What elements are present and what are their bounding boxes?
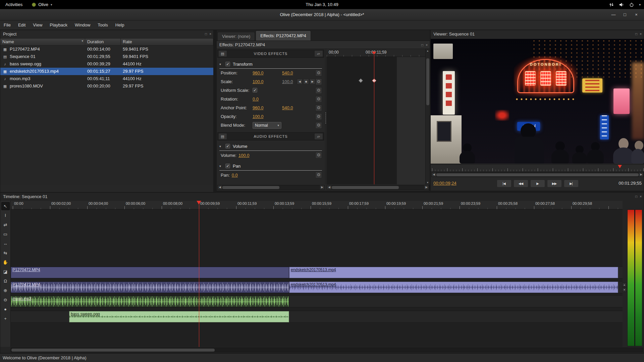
fast-forward-button[interactable]: ▶▶ [547,180,562,187]
scrollbar-thumb[interactable] [436,173,639,176]
edit-tool-icon[interactable]: I [1,212,10,220]
column-header-duration[interactable]: Duration [85,39,121,45]
scroll-left-icon[interactable]: ◀ [218,185,222,189]
snapping-toggle-icon[interactable]: Ω [1,277,10,285]
scrollbar-thumb[interactable] [222,186,279,189]
app-menu-button[interactable]: Olive ▾ [28,0,56,9]
keyframe-toggle-icon[interactable]: ⊙ [315,152,322,159]
scroll-right-icon[interactable]: ▶ [639,173,643,177]
ripple-tool-icon[interactable]: ⇄ [1,221,10,229]
go-to-end-button[interactable]: ▶| [564,180,579,187]
keyframe-toggle-icon[interactable]: ⊙ [315,105,322,111]
uniform-scale-checkbox[interactable]: ✓ [253,88,257,93]
hand-tool-icon[interactable]: ✋ [1,258,10,266]
media-row[interactable]: ▦prores1080.MOV 00:00:20;00 29.97 FPS [0,82,213,90]
menu-playback[interactable]: Playback [46,20,71,29]
video-preview[interactable]: DOTONBORI Asahi [431,39,644,164]
menu-window[interactable]: Window [71,20,94,29]
media-row[interactable]: ▦P1270472.MP4 00:00:14;00 59.9401 FPS [0,46,213,53]
activities-button[interactable]: Activities [0,0,28,9]
desktop-clock[interactable]: Thu Jan 3, 10:49 [306,0,338,9]
maximize-button[interactable]: □ [620,11,630,19]
pointer-tool-icon[interactable]: ↖ [1,202,10,210]
scrollbar-thumb[interactable] [426,58,429,105]
panel-close-icon[interactable]: × [640,193,642,201]
volume-enabled-checkbox[interactable]: ✓ [225,144,230,148]
zoom-in-icon[interactable]: ⊕ [1,287,10,295]
next-keyframe-icon[interactable]: ▶ [310,79,315,84]
current-timecode[interactable]: 00:00:09;24 [433,181,457,186]
razor-tool-icon[interactable]: ▭ [1,230,10,238]
zoom-out-icon[interactable]: ⊖ [1,296,10,304]
scroll-right-icon[interactable]: ▶ [424,185,429,189]
minimize-button[interactable]: — [608,11,619,19]
menu-tools[interactable]: Tools [94,20,111,29]
keyframe-vertical-scrollbar[interactable]: ▲ ▼ [425,49,430,184]
transition-tool-icon[interactable]: ◪ [1,268,10,276]
column-header-name[interactable]: Name ▾ [0,39,85,45]
position-y-value[interactable]: 540.0 [282,70,293,75]
scroll-up-icon[interactable]: ▲ [426,50,430,52]
keyframe-toggle-icon[interactable]: ⊙ [315,122,322,129]
effect-stack-icon[interactable]: ▤ [218,50,227,57]
add-keyframe-icon[interactable]: ◆ [303,79,309,84]
panel-popout-icon[interactable]: □ [635,30,637,38]
position-x-value[interactable]: 960.0 [253,70,264,75]
keyframe-horizontal-scrollbar[interactable]: ◀ ▶ [327,185,429,190]
volume-section-header[interactable]: ▾ ✓ Volume [217,142,325,150]
scroll-right-icon[interactable]: ▶ [320,185,324,189]
menu-edit[interactable]: Edit [14,20,29,29]
collapse-arrow-icon[interactable]: ▾ [219,144,223,148]
viewer-horizontal-scrollbar[interactable]: ◀ ▶ [431,172,644,177]
pan-value[interactable]: 0.0 [232,173,238,178]
effect-menu-icon[interactable]: ▱ [314,133,323,140]
timeline-playhead-line[interactable] [199,201,199,347]
keyframe-toggle-icon[interactable]: ⊙ [315,96,322,103]
play-button[interactable]: ▶ [530,180,545,187]
prev-keyframe-icon[interactable]: ◀ [297,79,303,84]
timeline-horizontal-scrollbar[interactable] [11,348,643,352]
media-row[interactable]: ♪moon.mp3 00:05:41;11 44100 Hz [0,75,213,82]
slip-tool-icon[interactable]: ↔ [1,240,10,248]
panel-close-icon[interactable]: × [640,30,642,38]
panel-popout-icon[interactable]: □ [205,30,207,38]
timeline-clip-audio[interactable]: P1270472.MP4 [11,282,289,293]
timeline-vertical-scroll[interactable]: ▲ ▼ [622,283,627,292]
keyframe-timeline[interactable]: 00;00 00:00:11;59 ▲ ▼ [327,49,430,184]
keyframe-toggle-icon[interactable]: ⊙ [315,172,322,178]
go-to-start-button[interactable]: |◀ [497,180,512,187]
scrollbar-thumb[interactable] [332,186,399,189]
scale-x-value[interactable]: 100.0 [253,79,264,84]
panel-popout-icon[interactable]: □ [635,193,637,201]
timeline-clip-audio[interactable]: bass sweep.ogg [69,311,289,322]
keyframe-toggle-icon[interactable]: ⊙ [315,78,322,85]
record-icon[interactable]: ● [1,305,10,313]
timeline-clip-video[interactable]: P1270472.MP4 [11,267,289,278]
collapse-arrow-icon[interactable]: ▾ [219,164,223,168]
media-row[interactable]: ♪bass sweep.ogg 00:00:39;29 44100 Hz [0,60,213,68]
scroll-down-icon[interactable]: ▼ [622,288,627,292]
system-tray[interactable]: ▾ [609,0,641,9]
tab-effects[interactable]: Effects: P1270472.MP4 [256,31,311,41]
transform-section-header[interactable]: ▾ ✓ Transform [217,60,325,68]
menu-file[interactable]: File [0,20,14,29]
slide-tool-icon[interactable]: ⇆ [1,249,10,257]
scale-y-value[interactable]: 100.0 [282,79,293,84]
pan-section-header[interactable]: ▾ ✓ Pan [217,162,325,170]
scroll-up-icon[interactable]: ▲ [622,283,627,287]
column-header-rate[interactable]: Rate [121,39,213,45]
scroll-left-icon[interactable]: ◀ [327,185,331,189]
collapse-arrow-icon[interactable]: ▾ [219,62,223,66]
window-titlebar[interactable]: Olive (December 2018 | Alpha) - <untitle… [0,9,644,20]
keyframe-toggle-icon[interactable]: ⊙ [315,87,322,94]
timeline-tracks[interactable]: P1270472.MP4 endsketch20170513.mp4 P1270… [11,209,623,347]
rotation-value[interactable]: 0.0 [253,97,259,102]
timeline-ruler[interactable]: 00:00 00:00:02;00 00:00:04;00 00:00:06;0… [11,201,623,209]
keyframe-diamond[interactable] [359,78,363,83]
keyframe-ruler[interactable]: 00;00 00:00:11;59 [327,49,425,57]
timeline-clip-video[interactable]: endsketch20170513.mp4 [289,267,618,278]
opacity-value[interactable]: 100.0 [253,114,264,119]
scrollbar-thumb[interactable] [11,349,215,352]
timeline-clip-audio[interactable]: endsketch20170513.mp4 [289,282,618,293]
volume-value[interactable]: 100.0 [238,153,250,158]
